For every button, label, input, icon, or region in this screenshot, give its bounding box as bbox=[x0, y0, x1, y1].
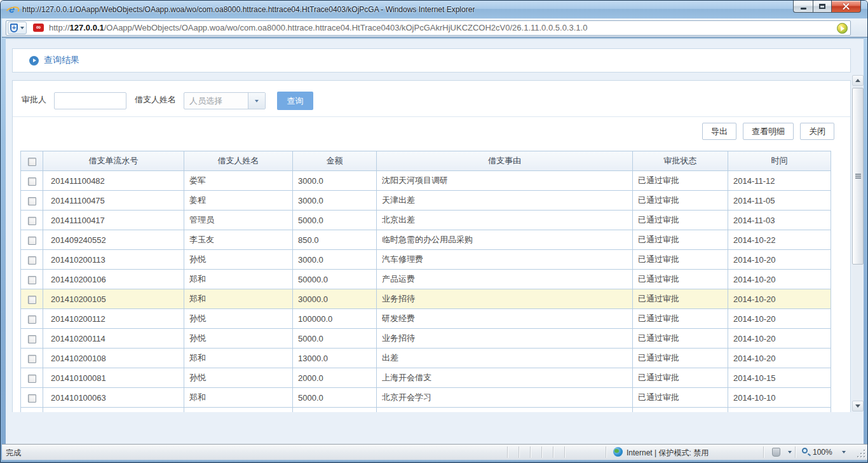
browser-window: e http://127.0.0.1/OAapp/WebObjects/OAap… bbox=[0, 0, 868, 463]
view-detail-button[interactable]: 查看明细 bbox=[743, 123, 794, 140]
select-all-cell bbox=[21, 151, 43, 171]
close-panel-button[interactable]: 关闭 bbox=[800, 123, 834, 140]
borrower-name-label: 借支人姓名 bbox=[135, 94, 176, 106]
chevron-down-icon[interactable] bbox=[788, 451, 792, 453]
window-bottom-border bbox=[1, 460, 867, 463]
triangle-up-icon bbox=[855, 79, 860, 82]
approver-input[interactable] bbox=[54, 92, 126, 109]
page-content: 查询结果 审批人 借支人姓名 人员选择 查询 导出 查看明细 关闭 bbox=[6, 38, 864, 444]
results-table: 借支单流水号 借支人姓名 金额 借支事由 审批状态 时间 20141110048… bbox=[20, 151, 831, 412]
table-row[interactable]: 201410100063 郑和 5000.0 北京开会学习 已通过审批 2014… bbox=[21, 388, 831, 408]
row-checkbox[interactable] bbox=[28, 375, 36, 383]
zone-text: Internet | 保护模式: 禁用 bbox=[627, 448, 709, 459]
col-reason: 借支事由 bbox=[377, 151, 633, 171]
table-row[interactable]: 201410100081 孙悦 2000.0 上海开会借支 已通过审批 2014… bbox=[21, 368, 831, 388]
col-serial: 借支单流水号 bbox=[43, 151, 184, 171]
row-checkbox[interactable] bbox=[28, 276, 36, 284]
select-all-checkbox[interactable] bbox=[28, 158, 36, 166]
close-icon bbox=[843, 3, 850, 10]
table-row[interactable]: 201410200112 孙悦 100000.0 研发经费 已通过审批 2014… bbox=[21, 309, 831, 329]
status-text: 完成 bbox=[6, 448, 21, 459]
zoom-level[interactable]: 100% bbox=[813, 448, 832, 457]
row-checkbox[interactable] bbox=[28, 237, 36, 245]
close-button[interactable] bbox=[832, 1, 861, 13]
url-text: http://127.0.0.1/OAapp/WebObjects/OAapp.… bbox=[49, 23, 850, 32]
internet-zone-icon bbox=[613, 447, 623, 457]
row-checkbox[interactable] bbox=[28, 197, 36, 205]
col-amount: 金额 bbox=[293, 151, 377, 171]
row-checkbox[interactable] bbox=[28, 315, 36, 324]
scrollbar-thumb[interactable] bbox=[852, 88, 864, 265]
query-button[interactable]: 查询 bbox=[277, 92, 313, 110]
scroll-viewport: 审批人 借支人姓名 人员选择 查询 导出 查看明细 关闭 bbox=[6, 75, 852, 412]
table-row[interactable]: 201410200114 孙悦 5000.0 业务招待 已通过审批 2014-1… bbox=[21, 329, 831, 349]
table-row[interactable]: 201411100482 娄军 3000.0 沈阳天河项目调研 已通过审批 20… bbox=[21, 171, 831, 191]
result-header-panel: 查询结果 bbox=[12, 48, 851, 73]
go-button-icon[interactable] bbox=[837, 23, 848, 34]
minimize-button[interactable] bbox=[793, 1, 813, 13]
table-row[interactable]: 201411100475 姜程 3000.0 天津出差 已通过审批 2014-1… bbox=[21, 191, 831, 211]
scroll-up-button[interactable] bbox=[852, 75, 864, 86]
table-row[interactable]: 201411100417 管理员 5000.0 北京出差 已通过审批 2014-… bbox=[21, 211, 831, 230]
row-checkbox[interactable] bbox=[28, 335, 36, 343]
row-checkbox[interactable] bbox=[28, 394, 36, 403]
section-arrow-icon bbox=[29, 56, 39, 66]
row-checkbox[interactable] bbox=[28, 355, 36, 363]
approver-label: 审批人 bbox=[22, 94, 46, 106]
minimize-icon bbox=[801, 8, 806, 10]
person-select[interactable]: 人员选择 bbox=[184, 92, 266, 109]
triangle-down-icon bbox=[855, 404, 860, 408]
table-row[interactable]: 201410200108 郑和 13000.0 出差 已通过审批 2014-10… bbox=[21, 349, 831, 368]
search-form: 审批人 借支人姓名 人员选择 查询 bbox=[13, 81, 850, 117]
row-checkbox[interactable] bbox=[28, 177, 36, 186]
scroll-down-button[interactable] bbox=[852, 401, 864, 411]
chevron-down-icon bbox=[20, 27, 24, 29]
url-field[interactable]: + ∞ http://127.0.0.1/OAapp/WebObjects/OA… bbox=[6, 20, 851, 36]
chevron-down-icon bbox=[255, 100, 259, 102]
row-checkbox[interactable] bbox=[28, 296, 36, 304]
page-title: 查询结果 bbox=[44, 55, 79, 66]
action-buttons: 导出 查看明细 关闭 bbox=[702, 123, 834, 140]
table-row[interactable]: 201410200106 郑和 50000.0 产品运费 已通过审批 2014-… bbox=[21, 270, 831, 289]
person-select-value: 人员选择 bbox=[184, 95, 248, 107]
maximize-icon bbox=[819, 4, 825, 9]
window-controls bbox=[793, 1, 861, 13]
table-header-row: 借支单流水号 借支人姓名 金额 借支事由 审批状态 时间 bbox=[21, 151, 831, 171]
scrollbar-grip-icon bbox=[855, 174, 861, 175]
ie-logo-icon: e bbox=[6, 4, 17, 15]
export-button[interactable]: 导出 bbox=[702, 123, 736, 140]
col-name: 借支人姓名 bbox=[184, 151, 293, 171]
row-checkbox[interactable] bbox=[28, 217, 36, 225]
table-row[interactable]: 201410200113 孙悦 3000.0 汽车修理费 已通过审批 2014-… bbox=[21, 250, 831, 270]
maximize-button[interactable] bbox=[813, 1, 832, 13]
vertical-scrollbar[interactable] bbox=[852, 75, 864, 411]
col-date: 时间 bbox=[728, 151, 831, 171]
row-checkbox[interactable] bbox=[28, 256, 36, 265]
resize-grip[interactable] bbox=[857, 449, 865, 457]
favorites-shield-icon: + bbox=[10, 24, 18, 32]
table-row[interactable]: 201409240552 李玉友 850.0 临时急需的办公用品采购 已通过审批… bbox=[21, 230, 831, 250]
query-panel: 审批人 借支人姓名 人员选择 查询 导出 查看明细 关闭 bbox=[12, 80, 851, 412]
chevron-down-icon[interactable] bbox=[842, 451, 846, 453]
favorites-add-button[interactable]: + bbox=[8, 22, 27, 34]
zoom-magnifier-icon[interactable] bbox=[802, 448, 808, 453]
title-bar: e http://127.0.0.1/OAapp/WebObjects/OAap… bbox=[1, 1, 867, 18]
col-status: 审批状态 bbox=[633, 151, 728, 171]
table-row[interactable]: 201410200105 郑和 30000.0 业务招待 已通过审批 2014-… bbox=[21, 289, 831, 309]
table-row[interactable]: 郑和 北京出差借支报销 已通过审批 bbox=[21, 408, 831, 413]
status-bar: 完成 Internet | 保护模式: 禁用 100% bbox=[2, 444, 867, 460]
site-favicon: ∞ bbox=[33, 24, 44, 32]
privacy-report-icon[interactable] bbox=[772, 448, 780, 457]
window-title: http://127.0.0.1/OAapp/WebObjects/OAapp.… bbox=[22, 5, 475, 14]
person-select-dropdown-button[interactable] bbox=[248, 93, 265, 109]
address-bar: + ∞ http://127.0.0.1/OAapp/WebObjects/OA… bbox=[2, 18, 867, 38]
